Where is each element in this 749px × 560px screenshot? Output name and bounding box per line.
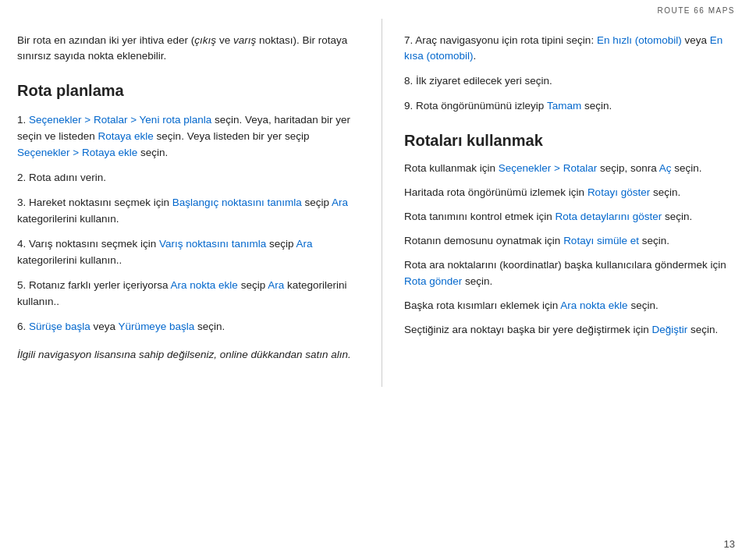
link-rotayi-simule-et[interactable]: Rotayı simüle et: [563, 235, 639, 246]
item-num: 5.: [17, 279, 29, 291]
intro-paragraph: Bir rota en azından iki yer ihtiva eder …: [17, 33, 364, 66]
italic-note: İlgili navigasyon lisansına sahip değils…: [17, 347, 364, 363]
list-item: 6. Sürüşe başla veya Yürümeye başla seçi…: [17, 319, 364, 335]
link-yurimeye-basla[interactable]: Yürümeye başla: [119, 321, 195, 332]
link-varis-noktasini-tanimla[interactable]: Varış noktasını tanımla: [159, 238, 266, 250]
para-item: Seçtiğiniz ara noktayı başka bir yere de…: [404, 322, 735, 338]
page-container: ROUTE 66 MAPS Bir rota en azından iki ye…: [0, 0, 749, 560]
item-num: 8.: [404, 75, 416, 87]
right-section-title: Rotaları kullanmak: [404, 129, 735, 153]
link-tamam[interactable]: Tamam: [547, 100, 581, 112]
two-col-layout: Bir rota en azından iki yer ihtiva eder …: [0, 19, 749, 388]
item-num: 4.: [17, 238, 29, 250]
item-num: 9.: [404, 100, 416, 112]
link-rotaya-ekle-1[interactable]: Rotaya ekle: [98, 130, 154, 142]
list-item: 7. Araç navigasyonu için rota tipini seç…: [404, 33, 735, 66]
left-column: Bir rota en azından iki yer ihtiva eder …: [0, 19, 382, 388]
list-item: 8. İlk ziyaret edilecek yeri seçin.: [404, 73, 735, 90]
right-column: 7. Araç navigasyonu için rota tipini seç…: [382, 19, 749, 388]
link-ara-1[interactable]: Ara: [332, 197, 348, 208]
link-rota-gonder[interactable]: Rota gönder: [404, 275, 462, 287]
link-suruse-basla[interactable]: Sürüşe başla: [29, 321, 91, 332]
item-num: 1.: [17, 114, 29, 126]
item-num: 6.: [17, 321, 29, 332]
link-ara-2[interactable]: Ara: [296, 238, 312, 250]
para-item: Rota tanımını kontrol etmek için Rota de…: [404, 209, 735, 225]
para-item: Rota ara noktalarını (koordinatlar) başk…: [404, 257, 735, 290]
left-section-title: Rota planlama: [17, 79, 364, 103]
para-item: Rota kullanmak için Seçenekler > Rotalar…: [404, 161, 735, 177]
page-number: 13: [724, 537, 735, 552]
header: ROUTE 66 MAPS: [0, 0, 749, 19]
link-ac[interactable]: Aç: [659, 162, 672, 174]
list-item: 3. Hareket noktasını seçmek için Başlang…: [17, 195, 364, 228]
list-item: 1. Seçenekler > Rotalar > Yeni rota plan…: [17, 112, 364, 161]
list-item: 4. Varış noktasını seçmek için Varış nok…: [17, 236, 364, 269]
item-num: 2.: [17, 172, 29, 183]
link-rotayi-goster[interactable]: Rotayı göster: [587, 186, 650, 198]
list-item: 2. Rota adını verin.: [17, 170, 364, 186]
link-degistir[interactable]: Değiştir: [651, 324, 687, 335]
link-ara-3[interactable]: Ara: [268, 279, 284, 291]
link-seçenekler-rotalar-yeni[interactable]: Seçenekler > Rotalar > Yeni rota planla: [29, 114, 211, 126]
link-en-hizli[interactable]: En hızlı (otomobil): [597, 34, 682, 46]
list-item: 5. Rotanız farklı yerler içeriyorsa Ara …: [17, 278, 364, 310]
list-item: 9. Rota öngörünümünü izleyip Tamam seçin…: [404, 98, 735, 115]
link-secenekler-rotaya-ekle[interactable]: Seçenekler > Rotaya ekle: [17, 147, 137, 158]
link-rota-detaylarini-goster[interactable]: Rota detaylarını göster: [556, 211, 662, 222]
item-num: 7.: [404, 34, 415, 46]
header-title: ROUTE 66 MAPS: [657, 5, 735, 17]
para-item: Haritada rota öngörünümü izlemek için Ro…: [404, 185, 735, 201]
link-ara-nokta-ekle-1[interactable]: Ara nokta ekle: [171, 279, 238, 291]
link-secenekler-rotalar[interactable]: Seçenekler > Rotalar: [499, 162, 597, 174]
para-item: Rotanın demosunu oynatmak için Rotayı si…: [404, 233, 735, 250]
item-num: 3.: [17, 197, 29, 208]
para-item: Başka rota kısımları eklemek için Ara no…: [404, 298, 735, 314]
link-baslangic-noktasini-tanimla[interactable]: Başlangıç noktasını tanımla: [172, 197, 302, 208]
link-ara-nokta-ekle-2[interactable]: Ara nokta ekle: [560, 299, 627, 311]
